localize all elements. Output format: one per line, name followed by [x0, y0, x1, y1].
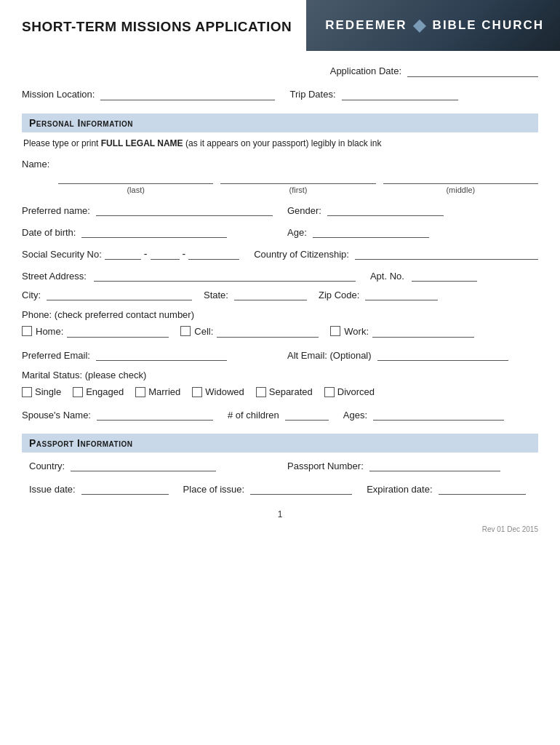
- mission-location-input[interactable]: [100, 87, 275, 100]
- state-input[interactable]: [234, 287, 307, 300]
- citizenship-input[interactable]: [355, 247, 538, 260]
- name-fields: (last) (first) (middle): [22, 172, 538, 194]
- first-name-input[interactable]: [220, 172, 375, 184]
- children-input[interactable]: [285, 407, 329, 421]
- subtitle-post: (as it appears on your passport) legibly…: [183, 138, 382, 148]
- marital-single: Single: [22, 386, 61, 397]
- married-label: Married: [148, 386, 180, 397]
- ages-label: Ages:: [343, 410, 367, 421]
- alt-email-group: Alt Email: (Optional): [287, 348, 538, 361]
- logo-text: REDEEMER ◆ BIBLE CHURCH: [325, 16, 544, 35]
- marital-married: Married: [135, 386, 180, 397]
- place-of-issue-input[interactable]: [250, 482, 352, 495]
- citizenship-col: Country of Citizenship:: [254, 247, 538, 260]
- header-title-area: SHORT-TERM MISSIONS APPLICATION: [0, 0, 306, 51]
- dob-input[interactable]: [81, 225, 227, 238]
- subtitle-bold: FULL LEGAL NAME: [101, 138, 183, 148]
- gender-col: Gender:: [287, 203, 538, 216]
- ages-input[interactable]: [373, 407, 504, 421]
- app-date-field: Application Date:: [330, 64, 538, 77]
- street-input[interactable]: [94, 268, 356, 282]
- home-phone-checkbox[interactable]: [22, 326, 32, 336]
- age-col: Age:: [287, 225, 538, 238]
- first-name-group: (first): [220, 172, 375, 194]
- zip-group: Zip Code:: [319, 287, 438, 300]
- apt-input[interactable]: [412, 268, 477, 282]
- last-name-input[interactable]: [58, 172, 213, 184]
- divorced-label: Divorced: [337, 386, 375, 397]
- ssn-part3-input[interactable]: [188, 248, 239, 260]
- passport-issue-row: Issue date: Place of issue: Expiration d…: [22, 482, 538, 495]
- mission-trip-row: Mission Location: Trip Dates:: [22, 87, 538, 100]
- state-group: State:: [204, 287, 307, 300]
- expiration-date-label: Expiration date:: [367, 484, 432, 495]
- passport-number-input[interactable]: [369, 458, 500, 471]
- engaged-checkbox[interactable]: [73, 387, 83, 397]
- gender-label: Gender:: [287, 205, 321, 216]
- passport-country-row: Country: Passport Number:: [22, 458, 538, 471]
- header: SHORT-TERM MISSIONS APPLICATION REDEEMER…: [0, 0, 560, 51]
- dob-age-row: Date of birth: Age:: [22, 225, 538, 238]
- preferred-name-input[interactable]: [96, 203, 273, 216]
- passport-country-input[interactable]: [71, 458, 216, 471]
- trip-dates-input[interactable]: [342, 87, 458, 100]
- spouse-label: Spouse's Name:: [22, 410, 91, 421]
- rev-note: Rev 01 Dec 2015: [0, 525, 560, 533]
- home-phone-input[interactable]: [67, 324, 169, 338]
- work-phone-checkbox[interactable]: [330, 326, 340, 336]
- middle-name-input[interactable]: [383, 172, 538, 184]
- divorced-checkbox[interactable]: [324, 387, 335, 397]
- expiration-date-group: Expiration date:: [367, 482, 525, 495]
- ages-group: Ages:: [343, 407, 504, 421]
- issue-date-group: Issue date:: [29, 482, 169, 495]
- city-input[interactable]: [47, 287, 192, 300]
- ssn-part2-input[interactable]: [151, 248, 180, 260]
- ssn-group: Social Security No: - -: [22, 248, 239, 260]
- work-phone-item: Work:: [330, 324, 474, 338]
- place-of-issue-group: Place of issue:: [183, 482, 353, 495]
- passport-number-group: Passport Number:: [287, 458, 531, 471]
- trip-dates-field: Trip Dates:: [289, 87, 457, 100]
- alt-email-input[interactable]: [377, 348, 508, 361]
- passport-info-title: Passport Information: [29, 437, 531, 449]
- passport-number-label: Passport Number:: [287, 461, 364, 471]
- widowed-checkbox[interactable]: [192, 387, 202, 397]
- spouse-name-group: Spouse's Name:: [22, 407, 213, 421]
- logo-bible: BIBLE CHURCH: [433, 18, 544, 33]
- age-input[interactable]: [313, 225, 429, 238]
- city-state-zip-row: City: State: Zip Code:: [22, 287, 538, 300]
- zip-input[interactable]: [365, 287, 438, 300]
- married-checkbox[interactable]: [135, 387, 145, 397]
- spouse-row: Spouse's Name: # of children Ages:: [22, 407, 538, 421]
- subtitle-pre: Please type or print: [23, 138, 101, 148]
- preferred-name-label: Preferred name:: [22, 205, 90, 216]
- expiration-date-input[interactable]: [439, 482, 526, 495]
- ssn-citizenship-row: Social Security No: - - Country of Citiz…: [22, 247, 538, 260]
- spouse-name-input[interactable]: [97, 407, 213, 421]
- page-title: SHORT-TERM MISSIONS APPLICATION: [22, 19, 292, 35]
- gender-input[interactable]: [327, 203, 444, 216]
- marital-options: Single Engaged Married Widowed Separated…: [22, 386, 538, 397]
- preferred-name-col: Preferred name:: [22, 203, 273, 216]
- email-row: Preferred Email: Alt Email: (Optional): [22, 348, 538, 361]
- mission-location-field: Mission Location:: [22, 87, 275, 100]
- ssn-part1-input[interactable]: [105, 248, 141, 260]
- app-date-label: Application Date:: [330, 65, 401, 76]
- phone-row: Home: Cell: Work:: [22, 324, 538, 338]
- work-phone-input[interactable]: [372, 324, 474, 338]
- issue-date-input[interactable]: [81, 482, 169, 495]
- cell-phone-checkbox[interactable]: [180, 326, 191, 336]
- single-checkbox[interactable]: [22, 387, 32, 397]
- page: SHORT-TERM MISSIONS APPLICATION REDEEMER…: [0, 0, 560, 745]
- cell-phone-input[interactable]: [217, 324, 319, 338]
- app-date-input[interactable]: [407, 64, 538, 77]
- page-number: 1: [0, 509, 560, 519]
- logo-redeemer: REDEEMER: [325, 18, 407, 33]
- ssn-dash1: -: [144, 248, 148, 260]
- home-label: Home:: [36, 326, 63, 337]
- issue-date-label: Issue date:: [29, 484, 76, 495]
- name-label: Name:: [22, 159, 49, 170]
- email-input[interactable]: [96, 348, 227, 361]
- widowed-label: Widowed: [205, 386, 244, 397]
- separated-checkbox[interactable]: [256, 387, 266, 397]
